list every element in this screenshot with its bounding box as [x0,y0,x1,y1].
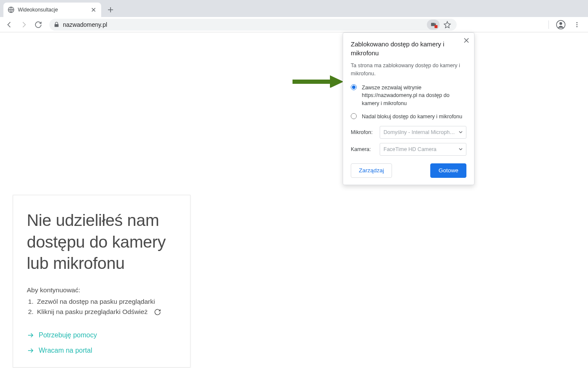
address-bar[interactable]: nazwadomeny.pl [49,19,457,31]
svg-point-3 [577,22,578,23]
back-button[interactable] [3,19,15,31]
radio-allow-row[interactable]: Zawsze zezwalaj witrynie https://nazwado… [351,84,466,108]
browser-toolbar: nazwadomeny.pl [0,17,588,32]
list-item: 1. Zezwól na dostęp na pasku przeglądark… [28,297,176,307]
step-number: 2. [28,307,35,317]
radio-allow[interactable] [351,84,357,90]
popup-description: Ta strona ma zablokowany dostęp do kamer… [351,62,466,78]
mic-label: Mikrofon: [351,129,375,135]
more-menu-icon[interactable] [571,19,583,31]
camera-blocked-indicator[interactable] [427,20,440,30]
svg-marker-7 [330,75,344,88]
card-heading: Nie udzieliłeś nam dostępu do kamery lub… [27,210,176,274]
arrow-right-icon [27,331,34,339]
close-tab-icon[interactable] [90,6,97,13]
svg-point-4 [577,24,578,25]
browser-tab[interactable]: Wideokonsultacje [3,3,101,17]
radio-block-label: Nadal blokuj dostęp do kamery i mikrofon… [362,113,462,121]
done-button-label: Gotowe [438,167,458,174]
manage-button-label: Zarządzaj [359,167,384,174]
step-text: Zezwól na dostęp na pasku przeglądarki [37,297,155,307]
step-number: 1. [28,297,35,307]
radio-block[interactable] [351,113,357,119]
cam-select-value: FaceTime HD Camera [383,146,437,152]
permission-popup: Zablokowano dostęp do kamery i mikrofonu… [343,32,474,185]
reload-button[interactable] [32,19,44,31]
done-button[interactable]: Gotowe [430,163,466,178]
radio-block-row[interactable]: Nadal blokuj dostęp do kamery i mikrofon… [351,113,466,121]
svg-point-2 [560,22,562,25]
card-subtitle: Aby kontynuować: [27,286,176,294]
back-to-portal-link[interactable]: Wracam na portal [27,347,176,354]
back-link-label: Wracam na portal [39,347,92,354]
mic-select[interactable]: Domyślny - Internal Microph… [380,126,466,139]
radio-allow-label: Zawsze zezwalaj witrynie https://nazwado… [362,84,466,108]
chevron-down-icon [459,129,463,135]
permission-denied-card: Nie udzieliłeś nam dostępu do kamery lub… [13,195,190,368]
url-text: nazwadomeny.pl [63,21,423,28]
popup-close-button[interactable] [462,36,471,45]
tab-title: Wideokonsultacje [18,7,87,13]
mic-select-value: Domyślny - Internal Microph… [383,129,455,135]
toolbar-separator [548,20,549,29]
new-tab-button[interactable] [105,4,116,16]
svg-rect-6 [293,80,331,84]
lock-icon [54,22,60,28]
help-link[interactable]: Potrzebuję pomocy [27,331,176,339]
profile-icon[interactable] [555,19,567,31]
card-steps-list: 1. Zezwól na dostęp na pasku przeglądark… [27,297,176,317]
forward-button[interactable] [18,19,30,31]
help-link-label: Potrzebuję pomocy [39,331,97,339]
tab-strip: Wideokonsultacje [0,0,588,17]
cam-select[interactable]: FaceTime HD Camera [380,143,466,156]
reload-icon [154,308,161,316]
popup-title: Zablokowano dostęp do kamery i mikrofonu [351,40,453,57]
chevron-down-icon [459,146,463,152]
manage-button[interactable]: Zarządzaj [351,163,392,178]
arrow-right-icon [27,347,34,354]
svg-point-5 [577,26,578,27]
cam-label: Kamera: [351,146,375,152]
list-item: 2. Kliknij na pasku przeglądarki Odśwież [28,307,176,317]
blocked-dot-icon [435,25,437,28]
instruction-arrow-icon [293,75,344,88]
globe-icon [8,6,14,13]
bookmark-star-icon[interactable] [442,20,452,30]
step-text: Kliknij na pasku przeglądarki Odśwież [37,307,148,317]
